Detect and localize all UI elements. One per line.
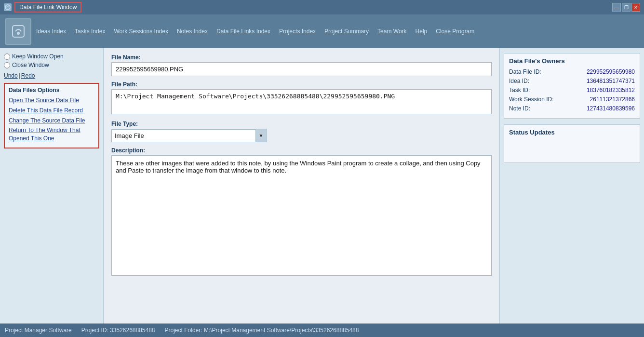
file-type-select[interactable]: Image File Document Spreadsheet Other: [111, 129, 256, 142]
return-window-link[interactable]: Return To The Window That Opened This On…: [9, 126, 94, 143]
restore-button[interactable]: ❐: [622, 3, 631, 12]
svg-rect-1: [13, 26, 24, 37]
description-section: Description:: [111, 147, 492, 277]
undo-redo-group: Undo | Redo: [4, 72, 99, 79]
sidebar: Keep Window Open Close Window Undo | Red…: [0, 48, 104, 324]
status-box: Status Updates: [504, 124, 640, 163]
nav-projects-index[interactable]: Projects Index: [279, 28, 316, 35]
owner-label-2: Task ID:: [509, 87, 530, 94]
nav-team-work[interactable]: Team Work: [377, 28, 406, 35]
nav-work-sessions-index[interactable]: Work Sessions Index: [114, 28, 168, 35]
window-state-group: Keep Window Open Close Window: [4, 53, 99, 68]
nav-project-summary[interactable]: Project Summary: [324, 28, 369, 35]
minimize-button[interactable]: —: [612, 3, 621, 12]
svg-point-2: [17, 32, 20, 35]
data-files-options-box: Data Files Options Open The Source Data …: [4, 83, 99, 148]
owner-row-4: Note ID: 127431480839596: [509, 105, 635, 112]
status-project-id-value: 33526268885488: [110, 327, 155, 334]
keep-window-open-label: Keep Window Open: [12, 53, 64, 60]
nav-bar: Ideas Index Tasks Index Work Sessions In…: [0, 14, 644, 48]
nav-tasks-index[interactable]: Tasks Index: [75, 28, 105, 35]
app-icon: [4, 3, 12, 11]
right-panel: Data File's Owners Data File ID: 2299525…: [499, 48, 644, 324]
delete-record-link[interactable]: Delete This Data File Record: [9, 107, 94, 115]
nav-notes-index[interactable]: Notes Index: [177, 28, 208, 35]
file-type-label: File Type:: [111, 121, 492, 127]
owner-value-4: 127431480839596: [587, 105, 635, 112]
file-name-label: File Name:: [111, 54, 492, 61]
file-path-section: File Path:: [111, 81, 492, 116]
undo-redo-sep: |: [19, 72, 20, 79]
owner-row-2: Task ID: 183760182335812: [509, 87, 635, 94]
owner-label-4: Note ID:: [509, 105, 530, 112]
file-type-select-row: Image File Document Spreadsheet Other ▼: [111, 129, 492, 142]
status-bar: Project Manager Software Project ID: 335…: [0, 324, 644, 337]
status-project-id-label: Project ID:: [81, 327, 108, 334]
file-type-section: File Type: Image File Document Spreadshe…: [111, 121, 492, 142]
nav-data-file-links-index[interactable]: Data File Links Index: [216, 28, 270, 35]
owners-title: Data File's Owners: [509, 57, 635, 65]
close-window-input[interactable]: [4, 62, 10, 68]
content-panel: File Name: File Path: File Type: Image F…: [104, 48, 499, 324]
window-title: Data File Link Window: [14, 2, 81, 13]
status-title: Status Updates: [509, 129, 635, 136]
description-textarea[interactable]: [111, 155, 492, 276]
options-title: Data Files Options: [9, 87, 94, 94]
redo-link[interactable]: Redo: [21, 72, 35, 79]
undo-link[interactable]: Undo: [4, 72, 18, 79]
app-logo: [5, 18, 31, 45]
change-source-link[interactable]: Change The Source Data File: [9, 117, 94, 125]
owner-row-1: Idea ID: 136481351747371: [509, 78, 635, 84]
file-path-label: File Path:: [111, 81, 492, 88]
title-bar: Data File Link Window — ❐ ✕: [0, 0, 644, 14]
nav-close-program[interactable]: Close Program: [436, 28, 474, 35]
owner-label-0: Data File ID:: [509, 68, 541, 75]
main-area: Keep Window Open Close Window Undo | Red…: [0, 48, 644, 324]
title-bar-left: Data File Link Window: [4, 2, 81, 13]
window-controls: — ❐ ✕: [612, 3, 640, 12]
keep-window-open-input[interactable]: [4, 54, 10, 60]
nav-help[interactable]: Help: [416, 28, 428, 35]
file-name-section: File Name:: [111, 54, 492, 76]
owner-value-1: 136481351747371: [587, 78, 635, 84]
status-app-name: Project Manager Software: [5, 327, 72, 334]
file-path-input[interactable]: [111, 89, 492, 114]
description-label: Description:: [111, 147, 492, 154]
close-window-button[interactable]: ✕: [631, 3, 640, 12]
status-project-folder-value: M:\Project Management Software\Projects\…: [204, 327, 359, 334]
owner-label-3: Work Session ID:: [509, 96, 553, 103]
close-window-radio[interactable]: Close Window: [4, 62, 99, 68]
owner-value-2: 183760182335812: [587, 87, 635, 94]
owner-row-3: Work Session ID: 26111321372866: [509, 96, 635, 103]
owner-value-0: 229952595659980: [587, 68, 635, 75]
svg-point-0: [5, 5, 10, 10]
close-window-label: Close Window: [12, 62, 49, 68]
file-type-dropdown-arrow[interactable]: ▼: [256, 129, 267, 142]
nav-links: Ideas Index Tasks Index Work Sessions In…: [36, 28, 639, 35]
owner-label-1: Idea ID:: [509, 78, 529, 84]
status-project-id: Project ID: 33526268885488: [81, 327, 155, 334]
file-name-input[interactable]: [111, 62, 492, 76]
keep-window-open-radio[interactable]: Keep Window Open: [4, 53, 99, 60]
owner-value-3: 26111321372866: [590, 96, 635, 103]
owner-row-0: Data File ID: 229952595659980: [509, 68, 635, 75]
open-source-link[interactable]: Open The Source Data File: [9, 96, 94, 105]
status-project-folder-label: Project Folder:: [165, 327, 202, 334]
owners-box: Data File's Owners Data File ID: 2299525…: [504, 53, 640, 119]
status-project-folder: Project Folder: M:\Project Management So…: [165, 327, 359, 334]
nav-ideas-index[interactable]: Ideas Index: [36, 28, 66, 35]
